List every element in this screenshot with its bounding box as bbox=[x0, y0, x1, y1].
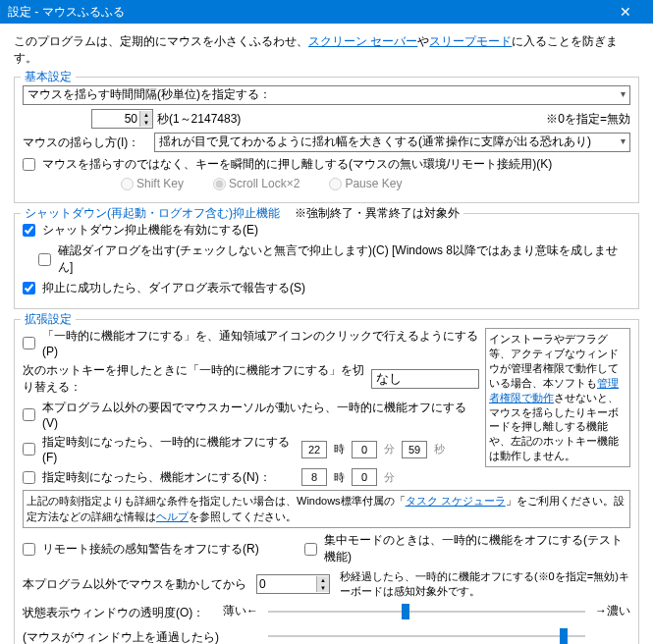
task-scheduler-note: 上記の時刻指定よりも詳細な条件を指定したい場合は、Windows標準付属の「タス… bbox=[23, 490, 630, 528]
sidebar-note: インストーラやデフラグ等、アクティブなウィンドウが管理者権限で動作している場合、… bbox=[485, 328, 630, 467]
idle-label: 本プログラム以外でマウスを動かしてから bbox=[23, 576, 246, 593]
task-scheduler-link[interactable]: タスク スケジューラ bbox=[406, 495, 506, 507]
opacity-slider-1[interactable] bbox=[268, 611, 585, 613]
shake-method-dropdown[interactable]: 揺れが目で見てわかるように揺れ幅を大きくする(通常操作に支障が出る恐れあり) bbox=[154, 133, 630, 152]
close-icon[interactable]: ✕ bbox=[606, 4, 645, 20]
shutdown-enable-checkbox[interactable] bbox=[23, 224, 35, 237]
keypress-checkbox[interactable] bbox=[23, 158, 35, 171]
shutdown-enable-label[interactable]: シャットダウン抑止機能を有効にする(E) bbox=[42, 222, 258, 239]
opacity-slider-2[interactable] bbox=[268, 635, 585, 637]
t2-hour[interactable] bbox=[301, 468, 327, 486]
hotkey-input[interactable] bbox=[371, 369, 479, 389]
group-basic: 基本設定 マウスを揺らす時間間隔(秒単位)を指定する： ▲▼ 秒(1～21474… bbox=[14, 77, 639, 203]
zero-note: ※0を指定=無効 bbox=[546, 111, 630, 128]
group-ext-title: 拡張設定 bbox=[21, 311, 76, 328]
slider-thick-label: →濃い bbox=[595, 603, 630, 619]
idle-input[interactable] bbox=[257, 577, 316, 591]
spin-down-icon[interactable]: ▼ bbox=[140, 119, 152, 127]
other-cursor-checkbox[interactable] bbox=[23, 408, 35, 421]
radio-shift[interactable]: Shift Key bbox=[121, 177, 184, 190]
shutdown-confirm-label[interactable]: 確認ダイアログを出す(チェックしないと無言で抑止します)(C) [Windows… bbox=[58, 242, 630, 276]
tray-toggle-checkbox[interactable] bbox=[23, 337, 35, 349]
keypress-label[interactable]: マウスを揺らすのではなく、キーを瞬間的に押し離しする(マウスの無い環境/リモート… bbox=[42, 156, 552, 173]
tray-toggle-label[interactable]: 「一時的に機能オフにする」を、通知領域アイコンのクリックで行えるようにする(P) bbox=[42, 328, 479, 358]
t2-min[interactable] bbox=[352, 468, 377, 486]
group-shutdown: シャットダウン(再起動・ログオフ含む)抑止機能 ※強制終了・異常終了は対象外 シ… bbox=[14, 213, 639, 309]
idle-suffix: 秒経過したら、一時的に機能オフにする(※0を指定=無効)キーボードは感知対象外で… bbox=[340, 569, 630, 599]
shutdown-confirm-checkbox[interactable] bbox=[38, 253, 51, 266]
t1-hour[interactable] bbox=[301, 441, 327, 458]
radio-pause[interactable]: Pause Key bbox=[329, 177, 402, 190]
t1-min[interactable] bbox=[352, 441, 377, 458]
spin-up-icon[interactable]: ▲ bbox=[317, 576, 329, 584]
other-cursor-label[interactable]: 本プログラム以外の要因でマウスカーソルが動いたら、一時的に機能オフにする(V) bbox=[42, 400, 479, 430]
time-off-label[interactable]: 指定時刻になったら、一時的に機能オフにする(F) bbox=[42, 434, 298, 464]
time-on-label[interactable]: 指定時刻になったら、機能オンにする(N)： bbox=[42, 469, 298, 486]
focus-mode-label[interactable]: 集中モードのときは、一時的に機能をオフにする(テスト機能) bbox=[324, 532, 630, 565]
intro-text: このプログラムは、定期的にマウスを小さくふるわせ、スクリーン セーバーやスリープ… bbox=[14, 33, 639, 67]
group-basic-title: 基本設定 bbox=[21, 69, 76, 85]
help-link[interactable]: ヘルプ bbox=[156, 510, 189, 522]
interval-suffix: 秒(1～2147483) bbox=[157, 111, 241, 128]
link-screensaver[interactable]: スクリーン セーバー bbox=[308, 34, 417, 48]
interval-spinner[interactable]: ▲▼ bbox=[91, 109, 153, 129]
shutdown-report-label[interactable]: 抑止に成功したら、ダイアログ表示で報告する(S) bbox=[42, 280, 305, 296]
focus-mode-checkbox[interactable] bbox=[304, 543, 317, 556]
idle-spinner[interactable]: ▲▼ bbox=[256, 574, 330, 594]
remote-warn-checkbox[interactable] bbox=[23, 543, 35, 556]
group-ext: 拡張設定 インストーラやデフラグ等、アクティブなウィンドウが管理者権限で動作して… bbox=[14, 319, 639, 644]
opacity-sub-label: (マウスがウィンドウ上を通過したら) bbox=[23, 629, 219, 644]
time-off-checkbox[interactable] bbox=[23, 443, 35, 456]
opacity-label: 状態表示ウィンドウの透明度(O)： bbox=[23, 605, 219, 621]
slider-thin-label: 薄い← bbox=[223, 603, 258, 619]
group-shutdown-title: シャットダウン(再起動・ログオフ含む)抑止機能 ※強制終了・異常終了は対象外 bbox=[21, 205, 463, 222]
shutdown-report-checkbox[interactable] bbox=[23, 282, 35, 295]
shake-method-label: マウスの揺らし方(I)： bbox=[23, 134, 150, 151]
radio-scroll[interactable]: Scroll Lock×2 bbox=[213, 177, 299, 190]
spin-down-icon[interactable]: ▼ bbox=[317, 584, 329, 592]
titlebar: 設定 - マウスふるふる ✕ bbox=[0, 0, 653, 24]
time-on-checkbox[interactable] bbox=[23, 471, 35, 484]
admin-link[interactable]: 管理者権限で動作 bbox=[489, 377, 619, 403]
interval-dropdown[interactable]: マウスを揺らす時間間隔(秒単位)を指定する： bbox=[23, 85, 630, 105]
t1-sec[interactable] bbox=[402, 441, 427, 458]
window-title: 設定 - マウスふるふる bbox=[8, 4, 606, 21]
link-sleepmode[interactable]: スリープモード bbox=[429, 34, 512, 48]
spin-up-icon[interactable]: ▲ bbox=[140, 111, 152, 119]
interval-input[interactable] bbox=[92, 112, 139, 126]
hotkey-label: 次のホットキーを押したときに「一時的に機能オフにする」を切り替える： bbox=[23, 362, 367, 396]
remote-warn-label[interactable]: リモート接続の感知警告をオフにする(R) bbox=[42, 541, 300, 558]
